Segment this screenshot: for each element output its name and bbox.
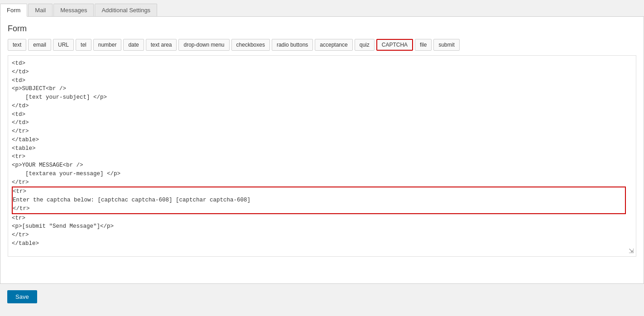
main-content: Form textemailURLtelnumberdatetext aread…	[0, 17, 644, 284]
code-line: [text your-subject] </p>	[12, 93, 632, 102]
code-line: <table>	[12, 144, 632, 153]
form-title: Form	[8, 24, 636, 34]
code-line: </table>	[12, 239, 632, 248]
tag-btn-text[interactable]: text	[8, 39, 26, 51]
code-line: <p>SUBJECT<br />	[12, 85, 632, 93]
tag-btn-checkboxes[interactable]: checkboxes	[231, 39, 270, 51]
tag-btn-number[interactable]: number	[93, 39, 122, 51]
code-line: </tr>	[12, 178, 632, 187]
code-line: <td>	[12, 59, 632, 68]
code-line: </tr>	[12, 231, 632, 239]
tab-messages[interactable]: Messages	[53, 4, 94, 16]
tab-mail[interactable]: Mail	[28, 4, 53, 16]
tag-btn-quiz[interactable]: quiz	[355, 39, 375, 51]
code-line: </td>	[12, 68, 632, 77]
tag-btn-tel[interactable]: tel	[76, 39, 91, 51]
code-line: <p>[submit "Send Message"]</p>	[12, 222, 632, 231]
tab-form[interactable]: Form	[0, 4, 27, 17]
tag-btn-submit[interactable]: submit	[433, 39, 459, 51]
code-editor[interactable]: <td></td><td><p>SUBJECT<br /> [text your…	[8, 56, 636, 256]
save-button[interactable]: Save	[7, 290, 37, 303]
save-bar: Save	[0, 284, 644, 310]
tag-btn-email[interactable]: email	[28, 39, 51, 51]
tag-btn-file[interactable]: file	[415, 39, 432, 51]
code-line: </td>	[12, 119, 632, 127]
code-line: <p>YOUR MESSAGE<br />	[12, 161, 632, 170]
tab-additional-settings[interactable]: Additional Settings	[95, 4, 157, 16]
code-line: <tr>	[12, 153, 632, 161]
page-wrapper: Form Mail Messages Additional Settings F…	[0, 0, 644, 316]
tabs-bar: Form Mail Messages Additional Settings	[0, 0, 644, 17]
tag-btn-textarea[interactable]: text area	[146, 39, 177, 51]
code-editor-wrapper: <td></td><td><p>SUBJECT<br /> [text your…	[8, 55, 636, 257]
code-line: [textarea your-message] </p>	[12, 170, 632, 178]
tag-btn-date[interactable]: date	[123, 39, 144, 51]
tag-buttons-row: textemailURLtelnumberdatetext areadrop-d…	[8, 39, 636, 51]
code-line: <tr>	[12, 214, 632, 223]
tag-btn-dropdown[interactable]: drop-down menu	[178, 39, 229, 51]
tag-btn-acceptance[interactable]: acceptance	[315, 39, 352, 51]
tag-btn-radio[interactable]: radio buttons	[272, 39, 313, 51]
code-line: </tr>	[12, 127, 632, 136]
tag-btn-captcha[interactable]: CAPTCHA	[376, 39, 413, 51]
code-line: </td>	[12, 102, 632, 110]
code-line: </table>	[12, 136, 632, 144]
captcha-highlight-block: <tr>Enter the captcha below: [captchac c…	[12, 187, 626, 214]
code-line: <td>	[12, 77, 632, 85]
code-line: <td>	[12, 110, 632, 119]
tag-btn-url[interactable]: URL	[53, 39, 74, 51]
